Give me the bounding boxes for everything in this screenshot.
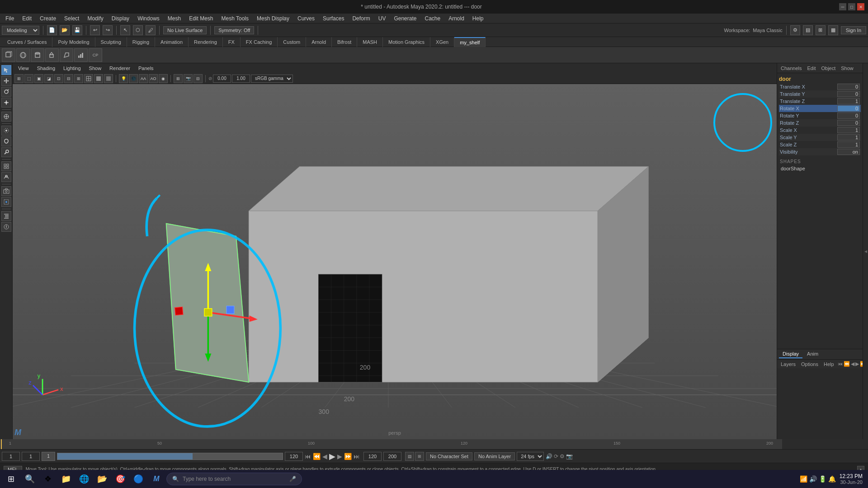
rewind-icon[interactable]: ⏮ [838, 361, 843, 367]
channel-rotate-z[interactable]: Rotate Z 0 [779, 119, 861, 127]
vp-menu-renderer[interactable]: Renderer [106, 65, 134, 72]
vt-btn-3[interactable]: ▣ [34, 74, 43, 83]
channel-value-rx[interactable]: 0 [837, 105, 860, 112]
channel-translate-z[interactable]: Translate Z 1 [779, 98, 861, 105]
playback-play[interactable]: ▶ [329, 451, 335, 461]
icon-settings-3[interactable]: ⊞ [816, 25, 826, 35]
menu-help[interactable]: Help [469, 14, 487, 23]
paint-select-button[interactable]: 🖊 [146, 25, 156, 35]
anim-end-input[interactable] [363, 452, 382, 461]
vt-btn-solid[interactable] [94, 74, 103, 83]
shelf-icon-bevel[interactable] [60, 48, 73, 62]
channel-scale-z[interactable]: Scale Z 1 [779, 141, 861, 148]
save-button[interactable]: 💾 [72, 25, 82, 35]
no-live-surface-button[interactable]: No Live Surface [163, 26, 207, 34]
new-scene-button[interactable]: 📄 [47, 25, 57, 35]
menu-edit-mesh[interactable]: Edit Mesh [185, 14, 217, 23]
taskbar-maya-btn[interactable]: M [148, 471, 165, 487]
menu-mesh[interactable]: Mesh [164, 14, 184, 23]
shelf-tab-sculpting[interactable]: Sculpting [95, 37, 127, 47]
menu-mesh-tools[interactable]: Mesh Tools [218, 14, 252, 23]
soft-select-tool[interactable] [1, 126, 11, 136]
no-character-set-button[interactable]: No Character Set [426, 452, 472, 460]
prev-frame-icon[interactable]: ◀ [851, 361, 854, 367]
vt-btn-aa[interactable]: AA [139, 74, 148, 83]
shelf-icon-extrude[interactable] [45, 48, 59, 62]
range-slider[interactable] [57, 453, 283, 460]
menu-edit[interactable]: Edit [19, 14, 35, 23]
move-tool[interactable] [1, 76, 11, 86]
edit-tab[interactable]: Edit [805, 66, 817, 71]
world-end-input[interactable] [383, 452, 401, 461]
taskbar-search-bar[interactable]: 🔍 Type here to search 🎤 [166, 473, 302, 485]
menu-create[interactable]: Create [36, 14, 60, 23]
vt-btn-light[interactable]: 💡 [119, 74, 128, 83]
vt-btn-dof[interactable]: ◉ [159, 74, 168, 83]
playback-rewind[interactable]: ⏮ [305, 453, 311, 460]
channel-value-sx[interactable]: 1 [837, 127, 860, 133]
vp-menu-panels[interactable]: Panels [135, 65, 157, 72]
audio-icon[interactable]: 🔊 [546, 453, 552, 460]
shelf-tab-arnold[interactable]: Arnold [306, 37, 332, 47]
clock[interactable]: 12:23 PM 30-Jun-20 [840, 473, 863, 485]
shelf-tab-motion-graphics[interactable]: Motion Graphics [383, 37, 430, 47]
shelf-tab-fx-caching[interactable]: FX Caching [241, 37, 278, 47]
playback-end[interactable]: ⏭ [354, 453, 360, 460]
shelf-tab-animation[interactable]: Animation [155, 37, 189, 47]
next-frame-icon[interactable]: ▶ [855, 361, 859, 367]
taskbar-app-1-btn[interactable]: 🎯 [112, 471, 128, 487]
prev-key-icon[interactable]: ⏪ [844, 361, 850, 367]
vt-btn-4[interactable]: ◪ [44, 74, 53, 83]
attribute-tool[interactable] [1, 222, 11, 232]
channel-value-ty[interactable]: 0 [837, 91, 860, 97]
show-tab[interactable]: Show [839, 66, 855, 71]
icon-settings-4[interactable]: ▦ [828, 25, 838, 35]
vt-btn-hud[interactable]: ⊟ [193, 74, 203, 83]
help-option[interactable]: Help [822, 361, 836, 367]
right-expand[interactable]: ◀ [863, 63, 868, 439]
playback-next-key[interactable]: ⏩ [344, 453, 352, 460]
taskbar-folder-btn[interactable]: 📂 [94, 471, 110, 487]
shelf-tab-fx[interactable]: FX [223, 37, 241, 47]
vp-menu-view[interactable]: View [14, 65, 33, 72]
menu-mesh-display[interactable]: Mesh Display [253, 14, 293, 23]
outliner-tool[interactable] [1, 211, 11, 221]
shelf-tab-rigging[interactable]: Rigging [127, 37, 155, 47]
anim-control-1[interactable]: ▤ [405, 452, 414, 461]
minimize-button[interactable]: ─ [839, 3, 846, 10]
menu-surfaces[interactable]: Surfaces [319, 14, 348, 23]
undo-button[interactable]: ↩ [90, 25, 100, 35]
select-tool[interactable] [1, 65, 11, 75]
paint-tool[interactable] [1, 147, 11, 157]
taskbar-file-explorer-btn[interactable]: 📁 [58, 471, 74, 487]
vt-btn-1[interactable]: ⊞ [14, 74, 24, 83]
vt-btn-camera[interactable]: 📷 [184, 74, 193, 83]
vt-btn-7[interactable]: ⊞ [74, 74, 83, 83]
gamma-select[interactable]: sRGB gamma Linear [251, 75, 293, 83]
settings-icon[interactable]: ⚙ [560, 453, 565, 460]
sync-icon[interactable]: ⟳ [554, 453, 558, 460]
icon-settings-2[interactable]: ▤ [803, 25, 813, 35]
render-region[interactable] [1, 197, 11, 207]
channel-scale-x[interactable]: Scale X 1 [779, 127, 861, 134]
channel-value-rz[interactable]: 0 [837, 120, 860, 126]
vt-btn-grid[interactable]: ⊞ [174, 74, 183, 83]
object-tab[interactable]: Object [819, 66, 837, 71]
shelf-tab-custom[interactable]: Custom [278, 37, 306, 47]
lasso-tool[interactable] [1, 136, 11, 146]
vt-btn-ao[interactable]: AO [149, 74, 158, 83]
shelf-icon-cylinder[interactable] [31, 48, 44, 62]
timeline-track[interactable]: 1 50 100 120 150 200 [0, 439, 782, 449]
menu-curves[interactable]: Curves [294, 14, 318, 23]
shelf-icon-cube[interactable] [2, 48, 15, 62]
vp-menu-show[interactable]: Show [85, 65, 105, 72]
channel-value-sy[interactable]: 1 [837, 134, 860, 141]
tray-volume-icon[interactable]: 🔊 [809, 475, 817, 483]
current-frame-input[interactable] [2, 452, 20, 461]
menu-file[interactable]: File [2, 14, 18, 23]
icon-settings-1[interactable]: ⚙ [790, 25, 800, 35]
shelf-tab-xgen[interactable]: XGen [430, 37, 454, 47]
shelf-icon-cp[interactable]: CP [89, 48, 102, 62]
range-start-input[interactable] [22, 452, 40, 461]
taskbar-edge-btn[interactable]: 🌐 [76, 471, 92, 487]
